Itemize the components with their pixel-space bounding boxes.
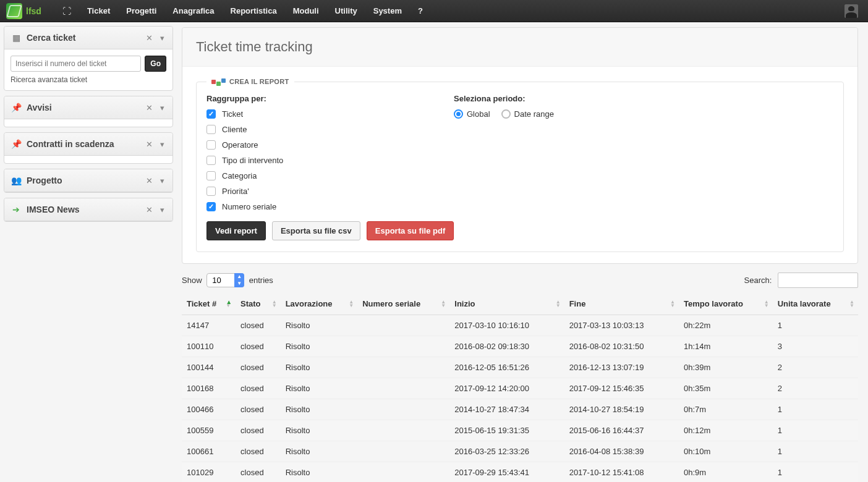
portlet-news: ➔ IMSEO News ✕ ▾	[4, 198, 173, 222]
grid-icon: ▦	[11, 33, 22, 43]
table-row[interactable]: 100110closedRisolto2016-08-02 09:18:3020…	[182, 336, 858, 357]
col-ticket[interactable]: Ticket #▲▼	[182, 293, 236, 315]
nav-moduli[interactable]: Moduli	[286, 1, 326, 20]
col-lavorazione[interactable]: Lavorazione▲▼	[281, 293, 358, 315]
period-options: GlobalDate range	[454, 109, 833, 119]
period-option-global[interactable]: Global	[454, 109, 490, 119]
nav-[interactable]: ?	[411, 1, 430, 20]
cell: 100144	[182, 357, 236, 378]
brand[interactable]: lfsd	[6, 3, 41, 19]
cell: 2015-06-15 19:31:35	[449, 420, 564, 441]
table-body: 14147closedRisolto2017-03-10 10:16:10201…	[182, 315, 858, 483]
radio-icon[interactable]	[454, 109, 463, 119]
collapse-icon[interactable]: ▾	[158, 176, 166, 185]
cell: Risolto	[281, 315, 358, 336]
cell: 2017-03-13 10:03:13	[564, 315, 679, 336]
table-row[interactable]: 100168closedRisolto2017-09-12 14:20:0020…	[182, 378, 858, 399]
cell: closed	[236, 336, 281, 357]
checkbox-icon[interactable]	[206, 187, 216, 196]
cell: 100661	[182, 441, 236, 462]
cell	[357, 315, 449, 336]
col-tempolavorato[interactable]: Tempo lavorato▲▼	[679, 293, 773, 315]
group-option-numeroseriale[interactable]: Numero seriale	[206, 202, 417, 211]
portlet-search-header[interactable]: ▦ Cerca ticket ✕ ▾	[4, 27, 172, 49]
user-area[interactable]	[845, 4, 862, 18]
table-row[interactable]: 14147closedRisolto2017-03-10 10:16:10201…	[182, 315, 858, 336]
group-option-priorita[interactable]: Priorita'	[206, 187, 417, 196]
sort-icon[interactable]: ▲▼	[441, 300, 446, 308]
radio-icon[interactable]	[501, 109, 511, 119]
close-icon[interactable]: ✕	[144, 103, 155, 112]
close-icon[interactable]: ✕	[144, 176, 155, 185]
view-report-button[interactable]: Vedi report	[206, 221, 266, 240]
checkbox-icon[interactable]	[206, 156, 216, 165]
sort-icon[interactable]: ▲▼	[226, 300, 232, 308]
group-option-cliente[interactable]: Cliente	[206, 125, 417, 134]
sort-icon[interactable]: ▲▼	[272, 300, 277, 308]
cell: Risolto	[281, 462, 358, 483]
cell: 2017-09-12 14:20:00	[449, 378, 564, 399]
table-row[interactable]: 100466closedRisolto2014-10-27 18:47:3420…	[182, 399, 858, 420]
sort-icon[interactable]: ▲▼	[764, 300, 769, 308]
ticket-search-input[interactable]	[11, 56, 141, 72]
table-row[interactable]: 100144closedRisolto2016-12-05 16:51:2620…	[182, 357, 858, 378]
close-icon[interactable]: ✕	[144, 33, 155, 43]
col-stato[interactable]: Stato▲▼	[236, 293, 281, 315]
fullscreen-icon[interactable]: ⛶	[62, 6, 71, 16]
nav-anagrafica[interactable]: Anagrafica	[165, 1, 221, 20]
export-csv-button[interactable]: Esporta su file csv	[272, 221, 360, 240]
cell: 100110	[182, 336, 236, 357]
checkbox-icon[interactable]	[206, 171, 216, 180]
people-icon: 👥	[11, 175, 22, 185]
close-icon[interactable]: ✕	[144, 205, 155, 214]
cell: 3	[773, 336, 858, 357]
collapse-icon[interactable]: ▾	[158, 140, 166, 149]
sort-icon[interactable]: ▲▼	[849, 300, 854, 308]
go-button[interactable]: Go	[145, 56, 166, 72]
group-option-operatore[interactable]: Operatore	[206, 140, 417, 150]
option-label: Cliente	[222, 125, 247, 134]
group-option-tipodiintervento[interactable]: Tipo di intervento	[206, 156, 417, 165]
portlet-news-header[interactable]: ➔ IMSEO News ✕ ▾	[4, 198, 172, 221]
export-pdf-button[interactable]: Esporta su file pdf	[367, 221, 454, 240]
nav-system[interactable]: System	[366, 1, 409, 20]
col-fine[interactable]: Fine▲▼	[564, 293, 679, 315]
cell	[357, 378, 449, 399]
logo-icon	[6, 3, 22, 19]
collapse-icon[interactable]: ▾	[158, 33, 166, 43]
checkbox-icon[interactable]	[206, 202, 216, 211]
nav-progetti[interactable]: Progetti	[119, 1, 164, 20]
checkbox-icon[interactable]	[206, 140, 216, 150]
close-icon[interactable]: ✕	[144, 140, 155, 149]
collapse-icon[interactable]: ▾	[158, 103, 166, 112]
cell: 2017-03-10 10:16:10	[449, 315, 564, 336]
nav-utility[interactable]: Utility	[328, 1, 365, 20]
col-unitalavorate[interactable]: Unita lavorate▲▼	[773, 293, 858, 315]
cell: 2017-10-12 15:41:08	[564, 462, 679, 483]
period-option-daterange[interactable]: Date range	[501, 109, 554, 119]
portlet-contratti-header[interactable]: 📌 Contratti in scadenza ✕ ▾	[4, 133, 172, 156]
group-by-label: Raggruppa per:	[206, 94, 417, 103]
portlet-avvisi-header[interactable]: 📌 Avvisi ✕ ▾	[4, 96, 172, 119]
col-inizio[interactable]: Inizio▲▼	[449, 293, 564, 315]
table-row[interactable]: 101029closedRisolto2017-09-29 15:43:4120…	[182, 462, 858, 483]
stepper-icon[interactable]: ▲▼	[234, 273, 244, 287]
group-option-categoria[interactable]: Categoria	[206, 171, 417, 180]
group-option-ticket[interactable]: Ticket	[206, 109, 417, 119]
table-row[interactable]: 100661closedRisolto2016-03-25 12:33:2620…	[182, 441, 858, 462]
checkbox-icon[interactable]	[206, 125, 216, 134]
advanced-search-link[interactable]: Ricerca avanzata ticket	[11, 75, 166, 84]
pin-icon: 📌	[11, 139, 22, 149]
table-search-input[interactable]	[778, 273, 858, 288]
collapse-icon[interactable]: ▾	[158, 205, 166, 214]
cell	[357, 357, 449, 378]
nav-reportistica[interactable]: Reportistica	[223, 1, 284, 20]
nav-ticket[interactable]: Ticket	[80, 1, 117, 20]
sort-icon[interactable]: ▲▼	[556, 300, 561, 308]
col-numeroseriale[interactable]: Numero seriale▲▼	[357, 293, 449, 315]
checkbox-icon[interactable]	[206, 109, 216, 119]
sort-icon[interactable]: ▲▼	[349, 300, 354, 308]
sort-icon[interactable]: ▲▼	[670, 300, 675, 308]
table-row[interactable]: 100559closedRisolto2015-06-15 19:31:3520…	[182, 420, 858, 441]
portlet-progetto-header[interactable]: 👥 Progetto ✕ ▾	[4, 169, 172, 192]
